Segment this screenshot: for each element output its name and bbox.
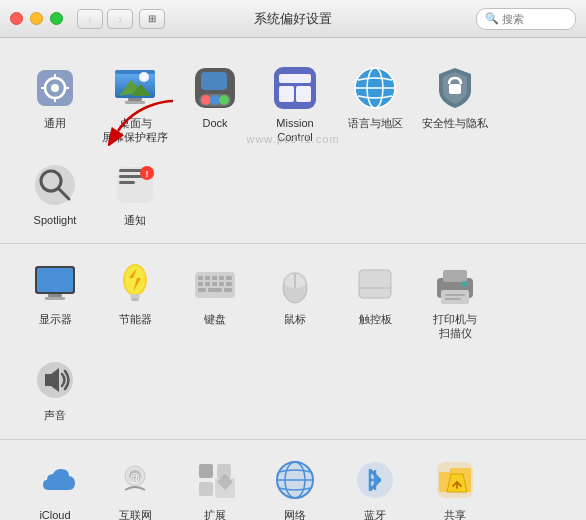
- item-trackpad[interactable]: 触控板: [335, 256, 415, 345]
- item-network[interactable]: 网络: [255, 452, 335, 520]
- svg-rect-66: [359, 270, 391, 298]
- section-hardware: 显示器 节能器: [0, 244, 586, 440]
- sound-icon: [31, 356, 79, 404]
- search-input[interactable]: [502, 13, 582, 25]
- svg-point-19: [201, 95, 211, 105]
- sharing-label: 共享: [444, 508, 466, 520]
- svg-rect-71: [441, 290, 469, 304]
- mission-label: MissionControl: [276, 116, 313, 145]
- dock-icon: [191, 64, 239, 112]
- maximize-button[interactable]: [50, 12, 63, 25]
- svg-rect-73: [445, 298, 461, 300]
- svg-text:@: @: [130, 472, 140, 483]
- svg-point-21: [219, 95, 229, 105]
- svg-rect-54: [198, 282, 203, 286]
- mission-icon: [271, 64, 319, 112]
- desktop-icon: [111, 64, 159, 112]
- svg-rect-81: [199, 482, 213, 496]
- sharing-icon: [431, 456, 479, 504]
- svg-rect-55: [205, 282, 210, 286]
- nav-arrows: ‹ ›: [77, 9, 133, 29]
- svg-rect-25: [279, 74, 311, 83]
- spotlight-label: Spotlight: [34, 213, 77, 227]
- search-box[interactable]: 🔍: [476, 8, 576, 30]
- svg-rect-49: [198, 276, 203, 280]
- svg-rect-37: [119, 181, 135, 184]
- trackpad-icon: [351, 260, 399, 308]
- dock-label: Dock: [202, 116, 227, 130]
- item-internet[interactable]: @ 互联网帐户: [95, 452, 175, 520]
- traffic-lights: [10, 12, 63, 25]
- search-icon: 🔍: [485, 12, 499, 25]
- forward-button[interactable]: ›: [107, 9, 133, 29]
- item-mouse[interactable]: 鼠标: [255, 256, 335, 345]
- item-notification[interactable]: ! 通知: [95, 157, 175, 231]
- svg-rect-79: [199, 464, 213, 478]
- main-content: www.pc841.com: [0, 38, 586, 520]
- svg-rect-53: [226, 276, 232, 280]
- svg-rect-18: [201, 72, 227, 90]
- svg-point-45: [125, 266, 145, 294]
- svg-rect-41: [37, 268, 73, 292]
- item-language[interactable]: 语言与地区: [335, 60, 415, 149]
- keyboard-icon: [191, 260, 239, 308]
- grid-view-button[interactable]: ⊞: [139, 9, 165, 29]
- mouse-icon: [271, 260, 319, 308]
- item-security[interactable]: 安全性与隐私: [415, 60, 495, 149]
- icloud-label: iCloud: [39, 508, 70, 520]
- svg-rect-30: [449, 84, 461, 94]
- svg-rect-23: [279, 86, 294, 102]
- extensions-label: 扩展: [204, 508, 226, 520]
- item-general[interactable]: 通用: [15, 60, 95, 149]
- item-icloud[interactable]: iCloud: [15, 452, 95, 520]
- section-internet: iCloud @ 互联网帐户: [0, 440, 586, 520]
- svg-rect-57: [219, 282, 224, 286]
- svg-rect-47: [131, 298, 139, 301]
- item-bluetooth[interactable]: 蓝牙: [335, 452, 415, 520]
- keyboard-label: 键盘: [204, 312, 226, 326]
- item-printer[interactable]: 打印机与扫描仪: [415, 256, 495, 345]
- svg-rect-15: [125, 101, 145, 104]
- svg-rect-43: [45, 297, 65, 300]
- item-sharing[interactable]: 共享: [415, 452, 495, 520]
- back-button[interactable]: ‹: [77, 9, 103, 29]
- item-desktop[interactable]: 桌面与屏幕保护程序: [95, 60, 175, 149]
- svg-rect-24: [296, 86, 311, 102]
- window-title: 系统偏好设置: [254, 10, 332, 28]
- item-display[interactable]: 显示器: [15, 256, 95, 345]
- extensions-icon: [191, 456, 239, 504]
- minimize-button[interactable]: [30, 12, 43, 25]
- mouse-label: 鼠标: [284, 312, 306, 326]
- svg-rect-58: [226, 282, 232, 286]
- bluetooth-icon: [351, 456, 399, 504]
- item-dock[interactable]: Dock: [175, 60, 255, 149]
- general-icon: [31, 64, 79, 112]
- close-button[interactable]: [10, 12, 23, 25]
- svg-rect-61: [224, 288, 232, 292]
- item-energy[interactable]: 节能器: [95, 256, 175, 345]
- display-icon: [31, 260, 79, 308]
- notification-icon: !: [111, 161, 159, 209]
- item-extensions[interactable]: 扩展: [175, 452, 255, 520]
- item-spotlight[interactable]: Spotlight: [15, 157, 95, 231]
- item-sound[interactable]: 声音: [15, 352, 95, 426]
- icloud-icon: [31, 456, 79, 504]
- svg-rect-14: [128, 98, 142, 101]
- svg-rect-59: [198, 288, 206, 292]
- svg-rect-35: [119, 169, 143, 172]
- svg-rect-56: [212, 282, 217, 286]
- security-icon: [431, 64, 479, 112]
- svg-point-13: [139, 72, 149, 82]
- notification-label: 通知: [124, 213, 146, 227]
- svg-text:!: !: [146, 169, 149, 179]
- sound-label: 声音: [44, 408, 66, 422]
- energy-icon: [111, 260, 159, 308]
- svg-rect-70: [443, 270, 467, 282]
- item-mission[interactable]: MissionControl: [255, 60, 335, 149]
- svg-rect-36: [119, 175, 143, 178]
- internet-icon: @: [111, 456, 159, 504]
- bluetooth-label: 蓝牙: [364, 508, 386, 520]
- item-keyboard[interactable]: 键盘: [175, 256, 255, 345]
- network-label: 网络: [284, 508, 306, 520]
- svg-point-74: [461, 281, 467, 287]
